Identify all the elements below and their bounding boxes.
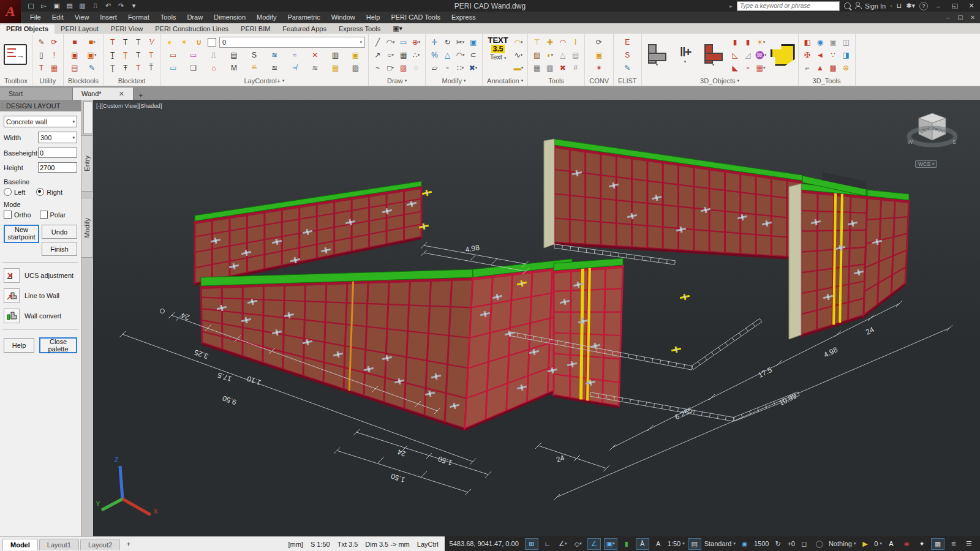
menu-item-file[interactable]: File (24, 12, 47, 23)
select3d-icon[interactable]: ⊕ (840, 62, 852, 73)
txt-rotate-icon[interactable]: Ʈ (107, 62, 118, 73)
axe2-icon[interactable]: ◄ (815, 49, 826, 61)
fillet-icon[interactable]: ◠ ▾ (454, 49, 466, 61)
rotate-icon[interactable]: ↻ (442, 36, 453, 48)
arc-red-icon[interactable]: ◠ (557, 36, 568, 48)
hatch-icon[interactable]: ▦ (398, 49, 409, 61)
txt-move-icon[interactable]: T (107, 36, 118, 48)
layer-select[interactable]: 0▾ (219, 37, 365, 48)
line-to-wall-row[interactable]: Line to Wall (4, 288, 77, 303)
drawing-settings-group[interactable]: [mm]S 1:50Txt 3.5Dim 3.5 -> mmLayCtrl (288, 541, 444, 548)
layer-lock-icon[interactable]: ▭ (187, 49, 199, 61)
menu-item-window[interactable]: Window (326, 12, 361, 23)
doc-close-button[interactable]: ✕ (967, 14, 979, 21)
drawing-viewport[interactable]: [-][Custom View][Shaded] 3.2517.51.109.5… (93, 100, 980, 536)
new-file-icon[interactable]: ▢ (26, 1, 36, 10)
tab-modify[interactable]: Modify (81, 198, 93, 258)
wall-top-icon[interactable]: ▮ (742, 36, 754, 48)
hatch-red-icon[interactable]: ▨ (398, 62, 409, 73)
wrench-icon[interactable]: ✎ (36, 36, 47, 48)
new-startpoint-button[interactable]: New startpoint (4, 225, 39, 243)
image-doc-icon[interactable]: ▦ (48, 62, 60, 73)
scaffold-icon[interactable]: ▤ (570, 49, 581, 61)
height-input[interactable] (38, 162, 77, 173)
status--0[interactable]: +0 (787, 540, 795, 547)
erase-icon[interactable]: ✖ ▾ (467, 62, 479, 73)
extrude-icon[interactable]: ▣ (467, 36, 479, 48)
lock-status-icon[interactable]: ✦ (916, 539, 928, 549)
lineweight-icon[interactable]: ▮ (620, 539, 633, 549)
finish-button[interactable]: Finish (42, 242, 77, 256)
panel-label-annotation[interactable]: Annotation▾ (486, 76, 524, 86)
array-icon[interactable]: ∷ ▾ (454, 62, 466, 73)
new-doc-tab-button[interactable]: + (134, 91, 148, 100)
circle-icon[interactable]: ○ ▾ (385, 49, 396, 61)
corner-button[interactable]: ▾ (701, 37, 726, 73)
setting-dim-3-5-mm[interactable]: Dim 3.5 -> mm (365, 541, 409, 548)
copy-icon[interactable]: % (429, 49, 440, 61)
setting-s-1-50[interactable]: S 1:50 (311, 541, 330, 548)
model-tab-layout2[interactable]: Layout2 (80, 539, 120, 550)
grid3-icon[interactable]: # (570, 62, 581, 73)
dots-icon[interactable]: ∵ (827, 49, 839, 61)
setting-layctrl[interactable]: LayCtrl (417, 541, 439, 548)
txt-scale-icon[interactable]: ⅟ (145, 36, 157, 48)
spline-dim-icon[interactable]: ∿ ▾ (513, 49, 524, 61)
arc-icon[interactable]: ◠ ▾ (385, 36, 396, 48)
osnap-2d-icon[interactable]: ∠ (587, 538, 601, 550)
doc-minimize-button[interactable]: – (942, 14, 954, 21)
wall-type-select[interactable]: Concrete wall▾ (4, 116, 77, 127)
ucs-y-axis[interactable]: Y (96, 500, 100, 508)
layer-table-icon[interactable]: ▤ (228, 49, 239, 61)
warning-doc-icon[interactable]: ! (48, 49, 60, 61)
viewcube-compass-s[interactable]: S (952, 139, 956, 145)
boxes-icon[interactable]: ▣ (827, 36, 839, 48)
model-tab-model[interactable]: Model (2, 539, 38, 550)
menu-item-parametric[interactable]: Parametric (282, 12, 325, 23)
block-edit-icon[interactable]: ▣ (69, 49, 80, 61)
nail-icon[interactable]: ✚ (544, 36, 556, 48)
menu-item-peri-cad-tools[interactable]: PERI CAD Tools (385, 12, 446, 23)
layer-color-swatch[interactable] (208, 38, 216, 47)
layer-freeze-icon[interactable]: ▭ (167, 62, 179, 73)
viewcube-compass-w[interactable]: W (908, 139, 913, 145)
rotate-status-icon[interactable]: ↻ (772, 539, 784, 549)
elist-edit-icon[interactable]: ✎ (622, 62, 633, 73)
menu-item-express[interactable]: Express (446, 12, 481, 23)
ortho-checkbox[interactable] (4, 211, 12, 219)
help-button[interactable]: Help (4, 338, 34, 353)
conv-spray-icon[interactable]: ✶ (594, 62, 605, 73)
text-style-icon[interactable]: A (885, 539, 897, 549)
txt-down-icon[interactable]: Ṭ (119, 49, 131, 61)
ibeam-icon[interactable]: I (570, 36, 581, 48)
isolate-icon[interactable]: ◻ (798, 539, 810, 549)
point-icon[interactable]: ⊕ ▾ (410, 36, 422, 48)
cart-icon[interactable]: ⊔ (897, 2, 902, 10)
frame-icon[interactable]: ▭ (398, 36, 409, 48)
menu-item-view[interactable]: View (69, 12, 95, 23)
minimize-button[interactable]: – (932, 2, 944, 10)
txt-height-icon[interactable]: Ṯ (107, 49, 118, 61)
layer-note-icon[interactable]: ▨ (350, 62, 361, 73)
solid-box-icon[interactable]: ◧ (802, 36, 813, 48)
wall-link-icon[interactable]: ∘ (742, 62, 754, 73)
viewport-controls[interactable]: [-][Custom View][Shaded] (96, 102, 162, 109)
layer-iso-icon[interactable]: ≈ (289, 49, 301, 61)
close-button[interactable]: ✕ (965, 2, 978, 10)
elist-e-icon[interactable]: E (622, 36, 633, 48)
layer-prev-icon[interactable]: ≋ (309, 62, 321, 73)
layer-home-icon[interactable]: ⌂ (208, 62, 219, 73)
ribbon-tab-peri-layout[interactable]: PERI Layout (55, 24, 105, 34)
panel-label-modify[interactable]: Modify▾ (429, 76, 479, 86)
save-icon[interactable]: ▣ (51, 1, 62, 10)
leader-icon[interactable]: ◠ ▾ (513, 36, 524, 48)
layer-merge-icon[interactable]: ≉ (289, 62, 301, 73)
bulb-txt-icon[interactable]: ☀ ▾ (755, 36, 767, 48)
fence-icon[interactable]: ♒ ▾ (755, 49, 767, 61)
doc-tab-wand[interactable]: Wand*✕ (73, 88, 134, 100)
polygon-area-button[interactable] (771, 37, 795, 73)
polar-checkbox[interactable] (40, 211, 48, 219)
layer-print-icon[interactable]: ⎍ (208, 49, 219, 61)
restore-button[interactable]: ◱ (949, 2, 961, 10)
refresh-doc-icon[interactable]: ⟳ (48, 36, 60, 48)
